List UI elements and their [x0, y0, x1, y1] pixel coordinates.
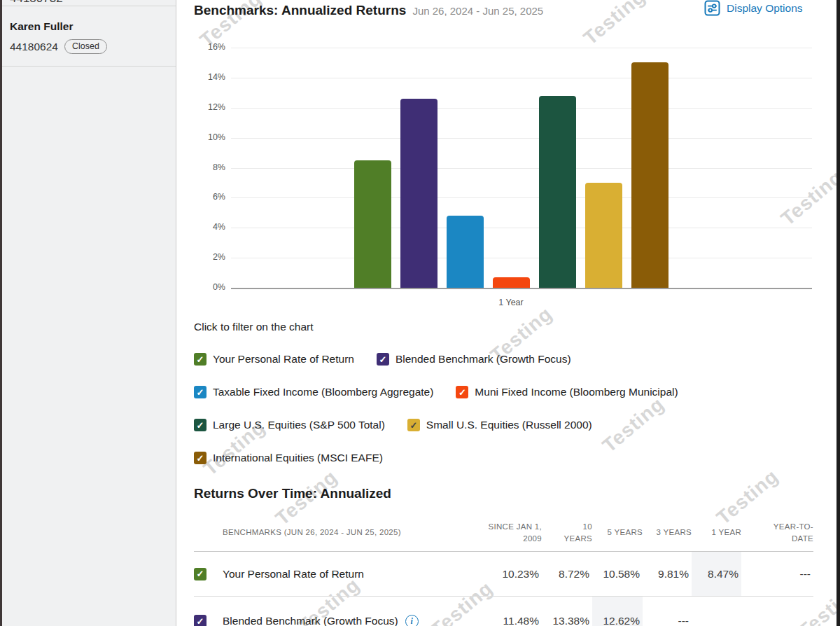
legend-item-international-equities-msci-eafe[interactable]: ✓International Equities (MSCI EAFE): [194, 450, 383, 466]
value-cell: 10.58%: [592, 552, 643, 596]
returns-table: BENCHMARKS (JUN 26, 2024 - JUN 25, 2025)…: [194, 515, 813, 626]
legend-label: Small U.S. Equities (Russell 2000): [426, 419, 592, 431]
value-cell: 9.81%: [643, 552, 692, 596]
display-options-label: Display Options: [727, 2, 803, 15]
column-header-10-years: 10 YEARS: [560, 521, 592, 545]
benchmarks-panel: Benchmarks: Annualized ReturnsJun 26, 20…: [177, 0, 836, 626]
display-options-button[interactable]: Display Options: [704, 0, 803, 16]
y-tick-label: 4%: [213, 222, 225, 232]
value-cell: 12.62%: [592, 597, 643, 626]
checkbox-checked[interactable]: ✓: [377, 353, 389, 366]
table-body: ✓Your Personal Rate of Return10.23%8.72%…: [194, 552, 813, 626]
bar-your-personal-rate-of-return[interactable]: [354, 160, 391, 288]
column-header-year-to-date: YEAR-TO-DATE: [769, 521, 813, 545]
legend-item-muni-fixed-income-bloomberg-municipal[interactable]: ✓Muni Fixed Income (Bloomberg Municipal): [456, 384, 678, 401]
legend-item-large-u-s-equities-s-p-500-total[interactable]: ✓Large U.S. Equities (S&P 500 Total): [194, 417, 385, 433]
column-header-benchmarks: BENCHMARKS (JUN 26, 2024 - JUN 25, 2025): [194, 527, 401, 538]
row-label-cell: Your Personal Rate of Return: [223, 552, 472, 596]
legend-item-your-personal-rate-of-return[interactable]: ✓Your Personal Rate of Return: [194, 351, 354, 368]
sidebar-item-account-partial[interactable]: 44180732: [2, 0, 176, 6]
column-header-1-year: 1 YEAR: [712, 527, 742, 538]
filter-hint: Click to filter on the chart: [194, 321, 314, 333]
sliders-icon: [704, 0, 720, 16]
page-header: Benchmarks: Annualized ReturnsJun 26, 20…: [194, 3, 543, 18]
legend-label: Taxable Fixed Income (Bloomberg Aggregat…: [213, 386, 433, 398]
value-cell: 10.23%: [472, 552, 542, 596]
y-tick-label: 0%: [213, 282, 225, 292]
gridline: [231, 228, 812, 228]
column-header-5-years: 5 YEARS: [608, 527, 643, 538]
gridline: [231, 288, 812, 289]
chart-group-label: 1 Year: [458, 298, 564, 307]
window-right-edge: [836, 0, 840, 626]
value-cell: 8.72%: [542, 552, 592, 596]
legend-label: International Equities (MSCI EAFE): [213, 452, 383, 464]
checkbox-checked[interactable]: ✓: [456, 386, 468, 398]
y-tick-label: 10%: [208, 132, 225, 142]
checkbox-checked[interactable]: ✓: [194, 353, 206, 366]
bar-international-equities-msci-eafe[interactable]: [631, 62, 668, 288]
chart-plot: [231, 48, 812, 288]
row-label: Blended Benchmark (Growth Focus): [223, 615, 398, 626]
value-cell: [692, 597, 741, 626]
info-icon[interactable]: i: [405, 615, 419, 626]
date-range: Jun 26, 2024 - Jun 25, 2025: [412, 5, 543, 17]
gridline: [231, 108, 812, 109]
value-cell: ---: [741, 552, 813, 596]
gridline: [231, 168, 812, 169]
value-cell: 13.38%: [542, 597, 592, 626]
checkbox-checked[interactable]: ✓: [194, 386, 206, 398]
legend-label: Large U.S. Equities (S&P 500 Total): [213, 419, 385, 431]
checkbox-checked[interactable]: ✓: [407, 419, 420, 431]
y-tick-label: 12%: [208, 102, 225, 112]
y-tick-label: 6%: [213, 192, 225, 202]
table-row-your-personal-rate-of-return: ✓Your Personal Rate of Return10.23%8.72%…: [194, 552, 813, 597]
checkbox-checked[interactable]: ✓: [194, 568, 206, 580]
y-tick-label: 2%: [213, 252, 225, 262]
account-line: 44180624 Closed: [10, 39, 168, 54]
legend-label: Muni Fixed Income (Bloomberg Municipal): [475, 386, 678, 398]
table-row-blended-benchmark-growth-focus: ✓Blended Benchmark (Growth Focus)i11.48%…: [194, 597, 813, 626]
gridline: [231, 48, 812, 48]
row-checkbox-cell: ✓: [194, 597, 223, 626]
legend-label: Your Personal Rate of Return: [213, 353, 354, 366]
bar-small-u-s-equities-russell-2000[interactable]: [585, 183, 622, 288]
bar-blended-benchmark-growth-focus[interactable]: [400, 99, 438, 288]
row-checkbox-cell: ✓: [194, 552, 223, 596]
page-title: Benchmarks: Annualized Returns: [194, 3, 406, 18]
column-header-since-jan-1-2009: SINCE JAN 1, 2009: [480, 521, 542, 545]
window-left-edge: [0, 0, 2, 626]
checkbox-checked[interactable]: ✓: [194, 452, 206, 464]
bar-taxable-fixed-income-bloomberg-aggregate[interactable]: [447, 216, 484, 288]
row-label: Your Personal Rate of Return: [223, 568, 364, 580]
account-number-partial: 44180732: [10, 0, 63, 6]
gridline: [231, 258, 812, 258]
chart-y-axis: 16%14%12%10%8%6%4%2%0%: [177, 0, 225, 301]
bar-large-u-s-equities-s-p-500-total[interactable]: [539, 96, 576, 288]
legend-label: Blended Benchmark (Growth Focus): [396, 353, 571, 366]
value-cell: [741, 597, 813, 626]
legend-item-small-u-s-equities-russell-2000[interactable]: ✓Small U.S. Equities (Russell 2000): [407, 417, 592, 433]
value-cell: 8.47%: [692, 552, 741, 596]
y-tick-label: 8%: [213, 162, 225, 172]
table-header-row: BENCHMARKS (JUN 26, 2024 - JUN 25, 2025)…: [194, 515, 813, 552]
y-tick-label: 16%: [208, 42, 225, 52]
checkbox-checked[interactable]: ✓: [194, 615, 206, 626]
legend-item-blended-benchmark-growth-focus[interactable]: ✓Blended Benchmark (Growth Focus): [377, 351, 571, 368]
legend-item-taxable-fixed-income-bloomberg-aggregate[interactable]: ✓Taxable Fixed Income (Bloomberg Aggrega…: [194, 384, 433, 401]
y-tick-label: 14%: [208, 72, 225, 82]
chart-legend: ✓Your Personal Rate of Return✓Blended Be…: [194, 351, 733, 466]
value-cell: ---: [643, 597, 692, 626]
checkbox-checked[interactable]: ✓: [194, 419, 206, 431]
account-number: 44180624: [10, 41, 58, 53]
section-title: Returns Over Time: Annualized: [194, 486, 391, 501]
column-header-3-years: 3 YEARS: [657, 527, 692, 538]
status-badge: Closed: [64, 39, 107, 54]
bar-muni-fixed-income-bloomberg-municipal[interactable]: [493, 277, 530, 288]
sidebar-item-client[interactable]: Karen Fuller 44180624 Closed: [2, 6, 176, 67]
accounts-sidebar: 44180732 Karen Fuller 44180624 Closed: [2, 0, 176, 626]
client-name: Karen Fuller: [10, 20, 168, 33]
gridline: [231, 78, 812, 78]
gridline: [231, 197, 812, 198]
gridline: [231, 138, 812, 139]
